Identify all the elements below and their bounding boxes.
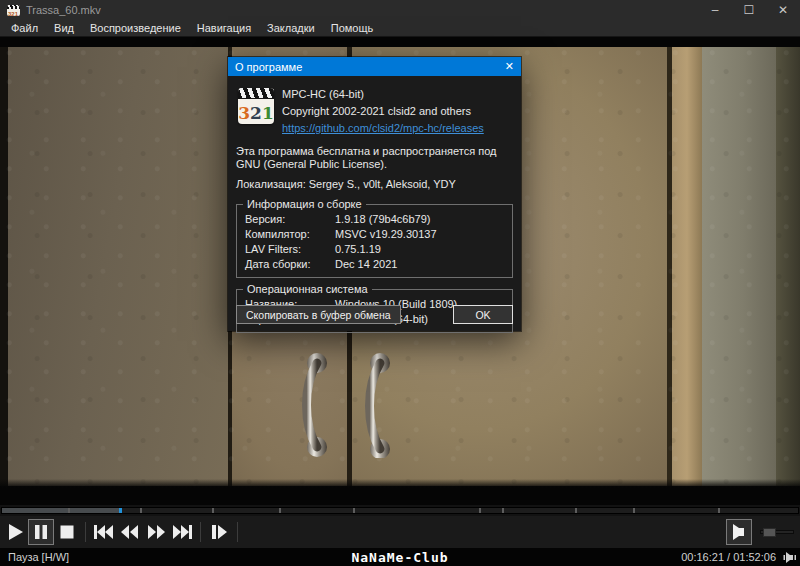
status-bar: Пауза [H/W] NaNaMe-Club 00:16:21 / 01:52… bbox=[0, 548, 800, 566]
dialog-close-icon[interactable]: ✕ bbox=[498, 60, 514, 73]
dialog-titlebar[interactable]: О программе ✕ bbox=[228, 57, 521, 76]
rewind-button[interactable] bbox=[117, 519, 143, 545]
chapter-marker bbox=[633, 508, 635, 513]
time-elapsed-duration: 00:16:21 / 01:52:06 bbox=[681, 551, 776, 563]
volume-slider-thumb[interactable] bbox=[763, 528, 776, 537]
letterbox-top bbox=[0, 37, 800, 47]
close-button[interactable]: ✕ bbox=[766, 0, 800, 20]
window-title: Trassa_60.mkv bbox=[26, 4, 101, 16]
mpc-hc-app-icon bbox=[7, 5, 20, 16]
chapter-marker bbox=[502, 508, 504, 513]
build-info-group-title: Информация о сборке bbox=[243, 198, 366, 210]
menu-view[interactable]: Вид bbox=[46, 20, 82, 36]
copy-to-clipboard-button[interactable]: Скопировать в буфер обмена bbox=[236, 305, 401, 324]
license-text: Эта программа бесплатна и распространяет… bbox=[236, 145, 513, 171]
github-releases-link[interactable]: https://github.com/clsid2/mpc-hc/release… bbox=[282, 122, 484, 134]
toolbar-separator bbox=[200, 522, 201, 542]
os-group-title: Операционная система bbox=[243, 283, 372, 295]
mute-button[interactable] bbox=[726, 519, 752, 545]
skip-forward-button[interactable] bbox=[169, 519, 195, 545]
build-info-group: Информация о сборке Версия: 1.9.18 (79b4… bbox=[236, 198, 513, 278]
seek-played-region bbox=[2, 508, 119, 513]
build-row-lav: LAV Filters: 0.75.1.19 bbox=[237, 242, 512, 257]
copyright-line: Copyright 2002-2021 clsid2 and others bbox=[282, 103, 484, 120]
maximize-button[interactable]: ☐ bbox=[732, 0, 766, 20]
muted-speaker-icon bbox=[783, 552, 796, 563]
chapter-marker bbox=[140, 508, 142, 513]
chapter-marker bbox=[353, 508, 355, 513]
letterbox-bottom bbox=[0, 479, 800, 505]
menu-file[interactable]: Файл bbox=[3, 20, 46, 36]
mpc-hc-window: Trassa_60.mkv – ☐ ✕ Файл Вид Воспроизвед… bbox=[0, 0, 800, 566]
player-toolbar bbox=[0, 516, 800, 548]
menu-navigate[interactable]: Навигация bbox=[189, 20, 259, 36]
fast-forward-button[interactable] bbox=[143, 519, 169, 545]
dialog-header: 321 MPC-HC (64-bit) Copyright 2002-2021 … bbox=[236, 86, 513, 137]
chapter-marker bbox=[479, 508, 481, 513]
menu-favorites[interactable]: Закладки bbox=[259, 20, 323, 36]
localization-text: Локализация: Sergey S., v0lt, Aleksoid, … bbox=[236, 178, 513, 190]
build-row-compiler: Компилятор: MSVC v19.29.30137 bbox=[237, 227, 512, 242]
pause-button[interactable] bbox=[28, 519, 54, 545]
seek-bar[interactable] bbox=[1, 507, 799, 514]
menu-help[interactable]: Помощь bbox=[323, 20, 382, 36]
chapter-marker bbox=[212, 508, 214, 513]
window-controls: – ☐ ✕ bbox=[698, 0, 800, 20]
ok-button[interactable]: OK bbox=[453, 305, 513, 324]
toolbar-separator bbox=[237, 522, 238, 542]
dialog-title: О программе bbox=[235, 61, 498, 73]
window-titlebar: Trassa_60.mkv – ☐ ✕ bbox=[0, 0, 800, 20]
chapter-marker bbox=[575, 508, 577, 513]
door-handle-left bbox=[301, 352, 329, 458]
chapter-marker bbox=[718, 508, 720, 513]
frame-step-button[interactable] bbox=[206, 519, 232, 545]
app-info: MPC-HC (64-bit) Copyright 2002-2021 clsi… bbox=[282, 86, 484, 137]
about-dialog: О программе ✕ 321 MPC-HC (64-bit) Copyri… bbox=[228, 57, 521, 331]
seek-position-cursor[interactable] bbox=[119, 508, 122, 513]
chapter-marker bbox=[279, 508, 281, 513]
build-row-date: Дата сборки: Dec 14 2021 bbox=[237, 257, 512, 272]
door-handle-right bbox=[364, 352, 392, 458]
stop-button[interactable] bbox=[54, 519, 80, 545]
clapperboard-icon bbox=[238, 88, 274, 99]
volume-slider[interactable] bbox=[760, 530, 794, 534]
dialog-body: 321 MPC-HC (64-bit) Copyright 2002-2021 … bbox=[228, 76, 521, 331]
skip-back-button[interactable] bbox=[91, 519, 117, 545]
app-name: MPC-HC (64-bit) bbox=[282, 86, 484, 103]
mpc-hc-logo-icon: 321 bbox=[238, 88, 274, 124]
dialog-buttons: Скопировать в буфер обмена OK bbox=[236, 305, 513, 324]
minimize-button[interactable]: – bbox=[698, 0, 732, 20]
chapter-marker bbox=[68, 508, 70, 513]
toolbar-separator bbox=[85, 522, 86, 542]
menu-play[interactable]: Воспроизведение bbox=[82, 20, 189, 36]
menu-bar: Файл Вид Воспроизведение Навигация Закла… bbox=[0, 20, 800, 37]
seek-bar-container bbox=[0, 505, 800, 516]
watermark-text: NaNaMe-Club bbox=[0, 550, 800, 565]
build-row-version: Версия: 1.9.18 (79b4c6b79) bbox=[237, 212, 512, 227]
play-button[interactable] bbox=[2, 519, 28, 545]
status-right: 00:16:21 / 01:52:06 bbox=[681, 551, 800, 563]
